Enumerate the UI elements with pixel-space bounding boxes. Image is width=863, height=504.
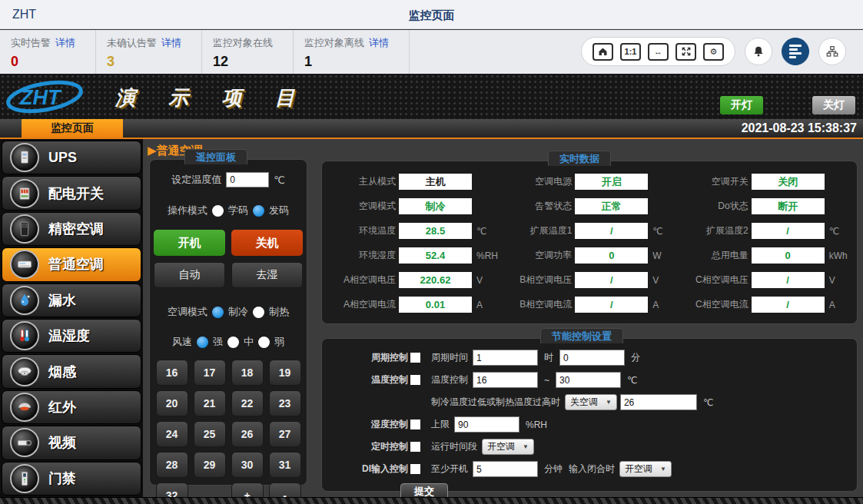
temp-min-input[interactable] [473, 372, 538, 388]
value-box: 28.5 [399, 223, 472, 239]
fullscreen-icon[interactable] [675, 43, 696, 61]
temp-button[interactable]: 24 [156, 421, 188, 447]
sidebar-item-ups[interactable]: UPS [2, 141, 141, 174]
energy-panel-tab: 节能控制设置 [540, 328, 623, 343]
cycle-hour-input[interactable] [473, 350, 538, 366]
value-box: 0 [752, 247, 825, 264]
timer-action-select[interactable]: 开空调▼ [482, 439, 534, 455]
temp-button[interactable]: 29 [194, 452, 226, 478]
radio-send-code[interactable] [253, 205, 264, 217]
value-box: 主机 [399, 174, 472, 190]
detail-link[interactable]: 详情 [55, 37, 75, 48]
alarm-bell-icon[interactable] [745, 38, 772, 65]
field-master-slave: 主从模式主机 [325, 174, 501, 190]
cycle-control-checkbox[interactable] [410, 353, 420, 363]
value-box: 开启 [575, 174, 648, 190]
temp-button[interactable]: 26 [231, 421, 264, 447]
temp-exceed-value-input[interactable] [620, 394, 697, 410]
ups-icon [10, 143, 39, 172]
field-phase-b-current: B相空调电流/A [501, 297, 677, 313]
temp-button[interactable]: 17 [194, 360, 226, 386]
fit-width-icon[interactable]: ↔ [648, 43, 669, 61]
radio-cool[interactable] [212, 307, 224, 318]
cycle-minute-input[interactable] [559, 350, 625, 366]
detail-link[interactable]: 详情 [161, 37, 181, 48]
min-runtime-input[interactable] [473, 461, 538, 477]
value-box: / [752, 297, 825, 313]
door-access-icon [10, 464, 39, 493]
realtime-col-1: 主从模式主机 空调模式制冷 环境温度28.5℃ 环境湿度52.4%RH A相空调… [325, 174, 501, 323]
camera-icon [10, 428, 39, 457]
set-temp-input[interactable] [226, 172, 269, 187]
sidebar-item-precision-ac[interactable]: 精密空调 [2, 212, 141, 246]
sidebar-item-water-leak[interactable]: 漏水 [2, 284, 141, 317]
sidebar-item-video[interactable]: 视频 [2, 426, 141, 459]
light-on-button[interactable]: 开灯 [720, 96, 763, 114]
cycle-control-row: 周期控制 周期时间 时 分 [353, 350, 857, 366]
sidebar-item-temp-humidity[interactable]: 温湿度 [2, 319, 141, 353]
power-off-button[interactable]: 关机 [231, 230, 303, 256]
sidebar-item-door-access[interactable]: 门禁 [2, 462, 141, 496]
di-closed-action-select[interactable]: 开空调▼ [619, 461, 672, 477]
temp-button[interactable]: 16 [156, 360, 188, 386]
auto-button[interactable]: 自动 [154, 262, 225, 288]
sidebar-item-infrared[interactable]: 红外 [2, 390, 141, 424]
stat-value: 12 [213, 54, 273, 70]
radio-fan-medium[interactable] [227, 337, 239, 348]
tab-monitor-page[interactable]: 监控页面 [22, 119, 123, 138]
radio-fan-strong[interactable] [197, 337, 208, 348]
di-input-checkbox[interactable] [410, 464, 420, 474]
temp-max-input[interactable] [556, 372, 621, 388]
home-icon[interactable] [592, 43, 613, 61]
field-env-temp: 环境温度28.5℃ [325, 223, 501, 239]
field-ac-power: 空调电源开启 [501, 174, 677, 190]
field-alarm-status: 告警状态正常 [501, 198, 677, 214]
temp-button[interactable]: 27 [269, 421, 301, 447]
temp-button[interactable]: 20 [156, 390, 188, 416]
radio-fan-weak[interactable] [258, 337, 270, 348]
radio-learn-code[interactable] [212, 205, 224, 217]
list-menu-icon[interactable] [782, 38, 809, 65]
humidity-limit-input[interactable] [454, 416, 519, 433]
temp-button[interactable]: 23 [269, 390, 301, 416]
field-phase-c-voltage: C相空调电压/V [678, 272, 854, 288]
temp-button[interactable]: 19 [269, 360, 301, 386]
temp-button[interactable]: 25 [194, 421, 226, 447]
temperature-keypad: 16 17 18 19 20 21 22 23 24 25 26 27 28 2… [150, 360, 307, 504]
humidity-control-checkbox[interactable] [410, 419, 420, 429]
temp-control-checkbox[interactable] [410, 375, 420, 385]
stat-value: 3 [107, 54, 181, 70]
settings-gear-icon[interactable]: ⚙ [703, 43, 724, 61]
one-to-one-icon[interactable]: 1:1 [620, 43, 641, 61]
sidebar-item-smoke[interactable]: 烟感 [2, 354, 141, 388]
temp-button[interactable]: 31 [269, 452, 301, 478]
project-title: 演 示 项 目 [115, 85, 309, 111]
sidebar-item-common-ac[interactable]: 普通空调 [2, 247, 141, 281]
temp-button[interactable]: 28 [156, 452, 188, 478]
chevron-down-icon: ▼ [523, 443, 529, 450]
value-box: / [575, 297, 648, 313]
temp-button[interactable]: 18 [231, 360, 264, 386]
remote-panel: 设定温度值 ℃ 操作模式 学码 发码 开机 关机 自动 去湿 空调模式 制冷 制… [149, 159, 307, 486]
temp-button[interactable]: 30 [231, 452, 264, 478]
power-on-button[interactable]: 开机 [154, 230, 225, 256]
topology-icon[interactable] [818, 38, 846, 65]
value-box: 220.62 [399, 272, 472, 288]
dehumidify-button[interactable]: 去湿 [231, 262, 303, 288]
timer-control-checkbox[interactable] [410, 442, 420, 452]
sidebar-item-breaker[interactable]: 配电开关 [2, 176, 141, 210]
remote-panel-tab: 遥控面板 [184, 149, 247, 164]
temp-button[interactable]: 21 [194, 390, 226, 416]
top-bar: ZHT 监控页面 [0, 0, 863, 29]
stats-bar: 实时告警详情 0 未确认告警详情 3 监控对象在线 12 监控对象离线详情 1 … [0, 30, 863, 74]
radio-heat[interactable] [253, 307, 264, 318]
temp-button[interactable]: 22 [231, 390, 264, 416]
temp-exceed-action-select[interactable]: 关空调▼ [565, 394, 617, 410]
field-phase-b-voltage: B相空调电压/V [501, 272, 677, 288]
smoke-detector-icon [10, 357, 39, 386]
value-box: 正常 [575, 198, 648, 214]
light-off-button[interactable]: 关灯 [812, 96, 855, 114]
set-temp-unit: ℃ [274, 174, 285, 186]
timer-control-row: 定时控制 运行时间段 开空调▼ [353, 439, 857, 455]
detail-link[interactable]: 详情 [369, 37, 389, 48]
